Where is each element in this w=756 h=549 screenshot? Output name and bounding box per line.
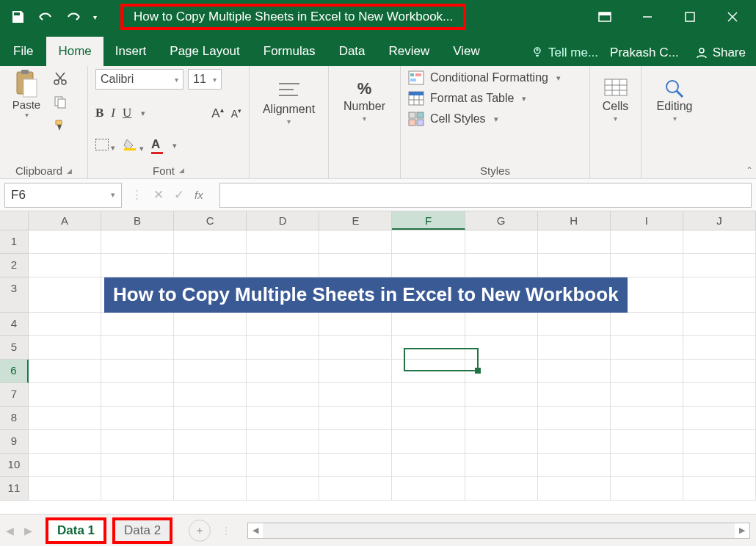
row-header-5[interactable]: 5 (0, 336, 29, 360)
fill-handle[interactable] (475, 368, 481, 374)
cell[interactable] (392, 430, 465, 454)
cell[interactable] (247, 383, 319, 407)
cell[interactable] (683, 454, 756, 477)
cell[interactable] (174, 430, 247, 454)
sheet-nav-next-button[interactable]: ▶ (24, 525, 32, 537)
shrink-font-button[interactable]: A▾ (231, 107, 241, 120)
collapse-ribbon-button[interactable]: ⌃ (746, 165, 753, 175)
cell[interactable] (174, 407, 247, 430)
row-header-11[interactable]: 11 (0, 477, 29, 501)
cell[interactable] (683, 230, 756, 254)
cell[interactable] (29, 454, 101, 477)
cell[interactable] (247, 336, 319, 360)
cell[interactable] (683, 383, 756, 407)
cell[interactable] (319, 407, 392, 430)
cell[interactable] (611, 477, 683, 501)
cell[interactable] (319, 454, 392, 477)
cell[interactable] (29, 430, 101, 454)
row-header-4[interactable]: 4 (0, 313, 29, 336)
row-header-1[interactable]: 1 (0, 230, 29, 254)
editing-button[interactable]: Editing ▾ (649, 69, 700, 123)
cell[interactable] (247, 430, 319, 454)
cell[interactable] (247, 407, 319, 430)
horizontal-scrollbar[interactable]: ◀ ▶ (247, 523, 750, 539)
cell[interactable] (392, 407, 465, 430)
borders-button[interactable]: ▾ (95, 139, 115, 153)
cell[interactable] (29, 477, 101, 501)
cell[interactable] (29, 336, 101, 360)
cell[interactable] (29, 313, 101, 336)
format-as-table-button[interactable]: Format as Table▾ (408, 91, 582, 106)
row-header-6[interactable]: 6 (0, 360, 29, 383)
conditional-formatting-button[interactable]: Conditional Formatting▾ (408, 70, 582, 85)
formula-input[interactable] (219, 183, 752, 208)
redo-button[interactable] (60, 4, 87, 30)
cell[interactable] (538, 336, 611, 360)
column-header-I[interactable]: I (611, 211, 683, 230)
enter-formula-button[interactable]: ✓ (174, 187, 184, 203)
font-dialog-launcher[interactable]: ◢ (179, 167, 184, 174)
cell[interactable] (29, 230, 101, 254)
cell[interactable] (319, 254, 392, 277)
cell[interactable] (247, 454, 319, 477)
cell[interactable] (29, 277, 101, 313)
cell[interactable] (174, 254, 247, 277)
cell[interactable] (683, 477, 756, 501)
cell[interactable] (538, 254, 611, 277)
ribbon-display-button[interactable] (586, 4, 624, 30)
cells-button[interactable]: Cells ▾ (597, 69, 633, 123)
sheet-nav-prev-button[interactable]: ◀ (6, 525, 14, 537)
column-header-C[interactable]: C (174, 211, 247, 230)
cell[interactable] (319, 383, 392, 407)
sheet-tab-data-2[interactable]: Data 2 (112, 517, 172, 544)
cell[interactable] (101, 477, 174, 501)
share-button[interactable]: Share (685, 40, 756, 66)
cell[interactable] (101, 407, 174, 430)
cell[interactable] (465, 230, 538, 254)
italic-button[interactable]: I (111, 106, 115, 120)
font-color-button[interactable]: A (151, 137, 163, 154)
cell[interactable] (247, 477, 319, 501)
cell[interactable] (392, 254, 465, 277)
name-box[interactable]: F6▾ (4, 183, 122, 208)
column-header-D[interactable]: D (247, 211, 319, 230)
tab-data[interactable]: Data (327, 37, 377, 66)
qat-customize-button[interactable]: ▾ (88, 4, 101, 30)
cell[interactable] (465, 313, 538, 336)
cell[interactable] (101, 230, 174, 254)
grow-font-button[interactable]: A▴ (211, 106, 223, 121)
cell[interactable] (683, 430, 756, 454)
cell[interactable] (538, 360, 611, 383)
column-header-B[interactable]: B (101, 211, 174, 230)
cell[interactable] (538, 430, 611, 454)
cell[interactable] (101, 430, 174, 454)
sheet-tab-data-1[interactable]: Data 1 (46, 517, 106, 544)
cell[interactable] (538, 313, 611, 336)
cell[interactable] (174, 313, 247, 336)
cell[interactable] (319, 230, 392, 254)
cell[interactable] (392, 477, 465, 501)
cell[interactable] (174, 360, 247, 383)
column-header-F[interactable]: F (392, 211, 465, 230)
cell[interactable] (29, 360, 101, 383)
cell[interactable] (174, 454, 247, 477)
cell[interactable] (538, 407, 611, 430)
cell[interactable] (538, 230, 611, 254)
cell[interactable] (247, 313, 319, 336)
cell[interactable] (101, 454, 174, 477)
cell[interactable] (101, 383, 174, 407)
new-sheet-button[interactable]: ＋ (189, 520, 211, 542)
cell[interactable] (319, 360, 392, 383)
cell[interactable] (683, 407, 756, 430)
row-header-7[interactable]: 7 (0, 383, 29, 407)
font-name-dropdown[interactable]: Calibri▾ (95, 69, 183, 90)
cell[interactable] (538, 454, 611, 477)
scroll-left-button[interactable]: ◀ (248, 526, 263, 535)
number-format-button[interactable]: % Number ▾ (336, 69, 393, 123)
alignment-button[interactable]: Alignment ▾ (257, 69, 321, 126)
cell[interactable] (465, 383, 538, 407)
cell[interactable] (174, 383, 247, 407)
cell[interactable] (611, 313, 683, 336)
cell[interactable] (101, 336, 174, 360)
paste-button[interactable]: Paste ▾ (7, 69, 46, 135)
